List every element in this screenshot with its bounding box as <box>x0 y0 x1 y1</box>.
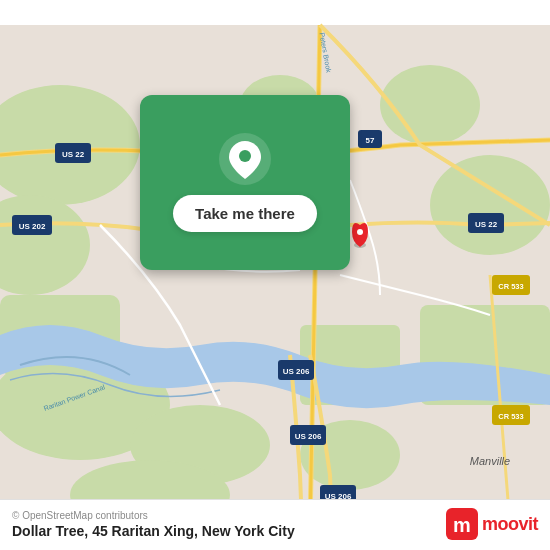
svg-text:US 22: US 22 <box>475 220 498 229</box>
bottom-bar: © OpenStreetMap contributors Dollar Tree… <box>0 499 550 550</box>
svg-text:US 206: US 206 <box>283 367 310 376</box>
moovit-logo: m moovit <box>446 508 538 540</box>
svg-text:CR 533: CR 533 <box>498 412 523 421</box>
svg-text:US 22: US 22 <box>62 150 85 159</box>
map-background: US 22 US 202 US 22 57 US 22 US 206 US 20… <box>0 0 550 550</box>
moovit-m-icon: m <box>446 508 478 540</box>
svg-point-39 <box>357 229 363 235</box>
svg-text:Manville: Manville <box>470 455 510 467</box>
svg-point-41 <box>239 150 251 162</box>
svg-text:US 206: US 206 <box>295 432 322 441</box>
moovit-brand-name: moovit <box>482 514 538 535</box>
location-pin-icon <box>219 133 271 185</box>
svg-text:57: 57 <box>366 136 375 145</box>
bottom-left: © OpenStreetMap contributors Dollar Tree… <box>12 510 295 539</box>
svg-point-8 <box>430 155 550 255</box>
map-container: US 22 US 202 US 22 57 US 22 US 206 US 20… <box>0 0 550 550</box>
svg-point-9 <box>380 65 480 145</box>
location-title: Dollar Tree, 45 Raritan Xing, New York C… <box>12 523 295 539</box>
attribution-text: © OpenStreetMap contributors <box>12 510 295 521</box>
svg-text:US 202: US 202 <box>19 222 46 231</box>
take-me-there-button[interactable]: Take me there <box>173 195 317 232</box>
location-card: Take me there <box>140 95 350 270</box>
svg-text:m: m <box>453 514 471 536</box>
svg-text:CR 533: CR 533 <box>498 282 523 291</box>
